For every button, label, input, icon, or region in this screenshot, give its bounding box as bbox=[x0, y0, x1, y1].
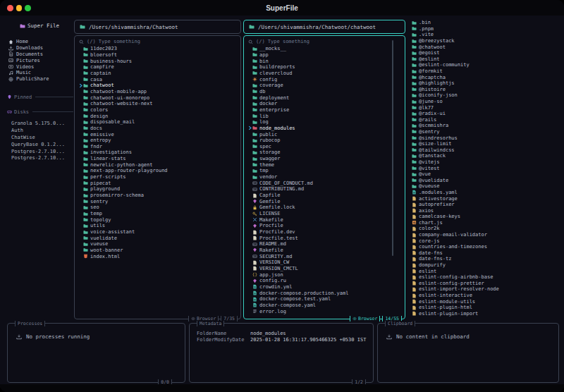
file-row[interactable]: crowdin.yml bbox=[247, 284, 402, 290]
file-row[interactable]: theme bbox=[247, 161, 402, 168]
path-bar-1[interactable]: /Users/shivammishra/Chatwoot bbox=[74, 20, 241, 34]
file-row[interactable]: vuelidate bbox=[78, 235, 238, 241]
file-row[interactable]: Procfile.dev bbox=[247, 229, 402, 235]
disk-item[interactable]: Postgres-2.7.10... bbox=[6, 148, 73, 155]
sidebar-nav-item[interactable]: Documents bbox=[6, 51, 73, 58]
disk-item[interactable]: Granola 5.175.0... bbox=[6, 121, 73, 128]
file-row[interactable]: storage bbox=[247, 149, 402, 156]
file-row[interactable]: deployment bbox=[247, 94, 402, 101]
file-row[interactable]: woot-banner bbox=[78, 247, 238, 254]
sidebar-nav-item[interactable]: Music bbox=[6, 70, 73, 76]
file-row[interactable]: chatwoot-ui-monorepo bbox=[78, 94, 238, 101]
disk-item[interactable]: Auth bbox=[6, 127, 73, 134]
file-row[interactable]: db bbox=[247, 89, 402, 95]
file-row[interactable]: temp bbox=[78, 211, 238, 217]
file-row[interactable]: buildreports bbox=[247, 64, 402, 71]
file-row[interactable]: next-app-router-playground bbox=[78, 168, 238, 174]
file-row[interactable]: 11dec2023 bbox=[78, 46, 238, 52]
file-row[interactable]: voice-assistant bbox=[78, 229, 238, 235]
file-row[interactable]: design bbox=[78, 113, 238, 119]
file-row[interactable]: entropy bbox=[78, 137, 238, 144]
file-row[interactable]: fndr bbox=[78, 144, 238, 150]
file-row[interactable]: pipecat bbox=[78, 180, 238, 186]
file-row[interactable]: app.json bbox=[247, 271, 402, 278]
file-row[interactable]: README.md bbox=[247, 241, 402, 247]
file-row[interactable]: LICENSE bbox=[247, 211, 402, 217]
file-row[interactable]: investigations bbox=[78, 149, 238, 156]
file-row[interactable]: __mocks__ bbox=[247, 46, 402, 52]
file-row[interactable]: colors bbox=[78, 107, 238, 114]
disk-item[interactable]: ChatWise bbox=[6, 134, 73, 141]
file-row[interactable]: playground bbox=[78, 186, 238, 192]
file-row[interactable]: captain bbox=[78, 71, 238, 77]
file-row[interactable]: error.log bbox=[247, 308, 402, 314]
file-row[interactable]: docker-compose.yaml bbox=[247, 302, 402, 309]
file-row[interactable]: docs bbox=[78, 125, 238, 132]
file-row[interactable]: node_modules bbox=[247, 125, 402, 132]
minimize-button[interactable] bbox=[16, 5, 23, 11]
file-row[interactable]: Rakefile bbox=[247, 247, 402, 254]
file-row[interactable]: vendor bbox=[247, 174, 402, 180]
file-row[interactable]: clevercloud bbox=[247, 71, 402, 77]
file-row[interactable]: docker-compose.production.yaml bbox=[247, 290, 402, 296]
file-row[interactable]: index.html bbox=[78, 253, 238, 259]
file-row[interactable]: lib bbox=[247, 113, 402, 119]
file-row[interactable]: config bbox=[247, 76, 402, 82]
disk-item[interactable]: QueryBase 0.1.2... bbox=[6, 141, 73, 148]
sidebar-nav-item[interactable]: PublicShare bbox=[6, 76, 73, 82]
file-row[interactable]: Procfile.test bbox=[247, 235, 402, 241]
file-row[interactable]: perf-scripts bbox=[78, 174, 238, 180]
scrollbar[interactable] bbox=[392, 40, 393, 256]
sidebar-nav-item[interactable]: Videos bbox=[6, 63, 73, 70]
file-row[interactable]: config.ru bbox=[247, 278, 402, 284]
file-row[interactable]: coverage bbox=[247, 82, 402, 89]
file-row[interactable]: sentry bbox=[78, 198, 238, 204]
file-row[interactable]: chatwoot bbox=[78, 82, 238, 89]
disk-item[interactable]: Postgres-2.7.10... bbox=[6, 155, 73, 162]
file-row[interactable]: seo bbox=[78, 204, 238, 211]
file-row[interactable]: spec bbox=[247, 144, 402, 150]
file-row[interactable]: Procfile bbox=[247, 223, 402, 229]
file-row[interactable]: docker-compose.test.yaml bbox=[247, 296, 402, 302]
file-row[interactable]: CONTRIBUTING.md bbox=[247, 186, 402, 192]
file-row[interactable]: campfire bbox=[78, 64, 238, 71]
file-row[interactable]: Gemfile.lock bbox=[247, 204, 402, 211]
file-row[interactable]: Capfile bbox=[247, 192, 402, 199]
file-row[interactable]: utils bbox=[78, 223, 238, 229]
file-row[interactable]: docker bbox=[247, 101, 402, 107]
path-bar-2[interactable]: /Users/shivammishra/Chatwoot/chatwoot bbox=[243, 20, 405, 34]
file-row[interactable]: emissive bbox=[78, 131, 238, 137]
file-row[interactable]: chatwoot-mobile-app bbox=[78, 89, 238, 95]
file-row[interactable]: chatwoot-website-next bbox=[78, 101, 238, 107]
file-row[interactable]: CODE_OF_CONDUCT.md bbox=[247, 180, 402, 186]
file-row[interactable]: public bbox=[247, 131, 402, 137]
file-row[interactable]: topolgy bbox=[78, 216, 238, 223]
sidebar-nav-item[interactable]: Downloads bbox=[6, 45, 73, 51]
file-row[interactable]: disposable_mail bbox=[78, 119, 238, 125]
zoom-button[interactable] bbox=[25, 5, 31, 11]
search-bar-2[interactable]: (/) Type something bbox=[244, 36, 405, 46]
file-row[interactable]: linear-stats bbox=[78, 156, 238, 162]
file-row[interactable]: vueuse bbox=[78, 241, 238, 247]
file-row[interactable]: bin bbox=[247, 58, 402, 64]
file-row[interactable]: prosemirror-schema bbox=[78, 192, 238, 199]
sidebar-nav-item[interactable]: Home bbox=[6, 39, 73, 45]
file-row[interactable]: Makefile bbox=[247, 216, 402, 223]
file-row[interactable]: bloersoft bbox=[78, 52, 238, 59]
file-row[interactable]: swagger bbox=[247, 156, 402, 162]
file-row[interactable]: enterprise bbox=[247, 107, 402, 114]
close-button[interactable] bbox=[7, 5, 13, 11]
file-row[interactable]: VERSION_CMCTL bbox=[247, 266, 402, 272]
file-row[interactable]: log bbox=[247, 119, 402, 125]
sidebar-nav-item[interactable]: Pictures bbox=[6, 57, 73, 63]
file-row[interactable]: SECURITY.md bbox=[247, 253, 402, 259]
file-row[interactable]: newrelic-python-agent bbox=[78, 161, 238, 168]
file-row[interactable]: app bbox=[247, 52, 402, 59]
file-row[interactable]: business-hours bbox=[78, 58, 238, 64]
file-row[interactable]: casa bbox=[78, 76, 238, 82]
file-row[interactable]: tmp bbox=[247, 168, 402, 174]
search-bar-1[interactable]: (/) Type something bbox=[75, 36, 240, 46]
file-row[interactable]: Gemfile bbox=[247, 198, 402, 204]
file-row[interactable]: VERSION_CW bbox=[247, 259, 402, 266]
file-row[interactable]: rubocop bbox=[247, 137, 402, 144]
